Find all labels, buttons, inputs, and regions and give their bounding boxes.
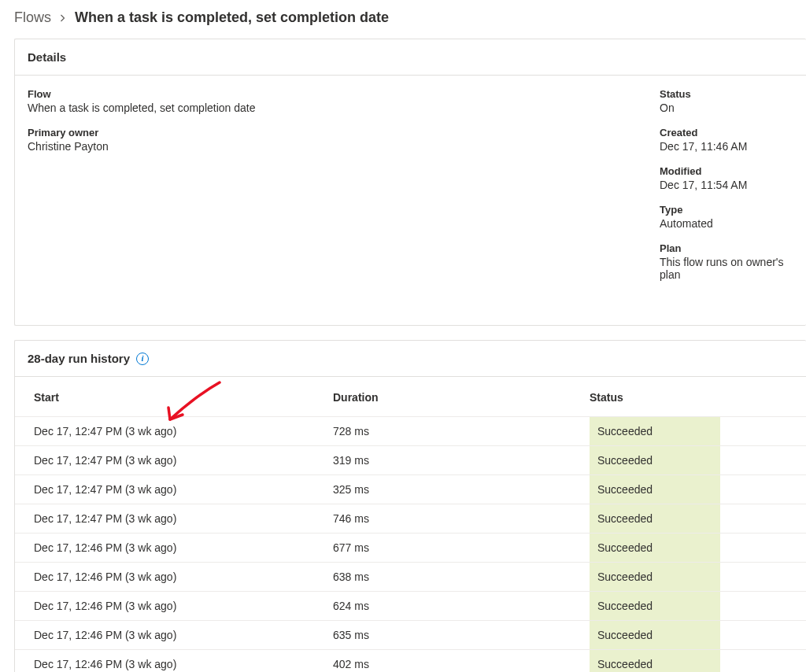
table-row[interactable]: Dec 17, 12:47 PM (3 wk ago)746 msSucceed… — [15, 504, 806, 533]
info-icon[interactable]: i — [136, 353, 149, 365]
field-created-value: Dec 17, 11:46 AM — [660, 140, 793, 153]
field-primary-owner-label: Primary owner — [28, 127, 660, 138]
field-created-label: Created — [660, 127, 793, 138]
field-status-value: On — [660, 102, 793, 114]
field-flow: Flow When a task is completed, set compl… — [28, 88, 660, 114]
table-row[interactable]: Dec 17, 12:46 PM (3 wk ago)402 msSucceed… — [15, 649, 806, 672]
field-status: Status On — [660, 88, 793, 114]
run-history-header-label: 28-day run history — [28, 352, 130, 365]
column-header-status[interactable]: Status — [590, 391, 787, 404]
field-plan: Plan This flow runs on owner's plan — [660, 242, 793, 281]
details-body: Flow When a task is completed, set compl… — [15, 76, 806, 325]
run-start-time: Dec 17, 12:47 PM (3 wk ago) — [34, 454, 333, 467]
run-status-cell: Succeeded — [590, 425, 787, 438]
field-plan-value: This flow runs on owner's plan — [660, 256, 793, 281]
field-flow-label: Flow — [28, 88, 660, 100]
field-primary-owner-value: Christine Payton — [28, 140, 660, 153]
column-header-duration[interactable]: Duration — [333, 391, 590, 404]
field-modified-label: Modified — [660, 165, 793, 177]
run-history-card: 28-day run history i Start Duration Stat… — [14, 340, 806, 672]
field-plan-label: Plan — [660, 242, 793, 254]
run-start-time: Dec 17, 12:47 PM (3 wk ago) — [34, 512, 333, 525]
breadcrumb-current: When a task is completed, set completion… — [75, 9, 389, 26]
status-badge: Succeeded — [590, 534, 720, 562]
field-modified-value: Dec 17, 11:54 AM — [660, 179, 793, 191]
table-row[interactable]: Dec 17, 12:46 PM (3 wk ago)677 msSucceed… — [15, 533, 806, 562]
status-badge: Succeeded — [590, 650, 720, 672]
table-row[interactable]: Dec 17, 12:46 PM (3 wk ago)638 msSucceed… — [15, 562, 806, 591]
run-history-table: Start Duration Status Dec 17, 12:47 PM (… — [15, 377, 806, 672]
run-status-cell: Succeeded — [590, 600, 787, 612]
run-start-time: Dec 17, 12:46 PM (3 wk ago) — [34, 600, 333, 612]
details-right-column: Status On Created Dec 17, 11:46 AM Modif… — [660, 88, 793, 294]
table-row[interactable]: Dec 17, 12:47 PM (3 wk ago)728 msSucceed… — [15, 416, 806, 445]
run-duration: 319 ms — [333, 454, 590, 467]
run-history-table-header: Start Duration Status — [15, 377, 806, 416]
table-row[interactable]: Dec 17, 12:46 PM (3 wk ago)624 msSucceed… — [15, 591, 806, 620]
field-created: Created Dec 17, 11:46 AM — [660, 127, 793, 153]
field-primary-owner: Primary owner Christine Payton — [28, 127, 660, 153]
run-duration: 635 ms — [333, 629, 590, 641]
run-start-time: Dec 17, 12:47 PM (3 wk ago) — [34, 483, 333, 496]
run-start-time: Dec 17, 12:47 PM (3 wk ago) — [34, 425, 333, 438]
run-duration: 624 ms — [333, 600, 590, 612]
run-status-cell: Succeeded — [590, 541, 787, 554]
chevron-right-icon — [59, 12, 67, 24]
run-start-time: Dec 17, 12:46 PM (3 wk ago) — [34, 541, 333, 554]
status-badge: Succeeded — [590, 592, 720, 620]
status-badge: Succeeded — [590, 417, 720, 445]
field-modified: Modified Dec 17, 11:54 AM — [660, 165, 793, 191]
run-duration: 638 ms — [333, 570, 590, 583]
run-duration: 677 ms — [333, 541, 590, 554]
column-header-start[interactable]: Start — [34, 391, 333, 404]
field-type-value: Automated — [660, 217, 793, 230]
table-row[interactable]: Dec 17, 12:47 PM (3 wk ago)319 msSucceed… — [15, 445, 806, 474]
status-badge: Succeeded — [590, 504, 720, 533]
field-type-label: Type — [660, 204, 793, 216]
run-status-cell: Succeeded — [590, 629, 787, 641]
run-duration: 325 ms — [333, 483, 590, 496]
details-header-label: Details — [28, 50, 66, 64]
status-badge: Succeeded — [590, 475, 720, 504]
field-status-label: Status — [660, 88, 793, 100]
run-status-cell: Succeeded — [590, 454, 787, 467]
field-type: Type Automated — [660, 204, 793, 230]
run-start-time: Dec 17, 12:46 PM (3 wk ago) — [34, 570, 333, 583]
run-duration: 728 ms — [333, 425, 590, 438]
details-card: Details Flow When a task is completed, s… — [14, 39, 806, 326]
run-duration: 746 ms — [333, 512, 590, 525]
status-badge: Succeeded — [590, 446, 720, 474]
details-header: Details — [15, 39, 806, 76]
field-flow-value: When a task is completed, set completion… — [28, 102, 660, 114]
run-duration: 402 ms — [333, 658, 590, 670]
run-status-cell: Succeeded — [590, 483, 787, 496]
run-history-header: 28-day run history i — [15, 341, 806, 377]
status-badge: Succeeded — [590, 621, 720, 649]
table-row[interactable]: Dec 17, 12:46 PM (3 wk ago)635 msSucceed… — [15, 620, 806, 649]
status-badge: Succeeded — [590, 563, 720, 591]
run-start-time: Dec 17, 12:46 PM (3 wk ago) — [34, 658, 333, 670]
run-status-cell: Succeeded — [590, 512, 787, 525]
run-status-cell: Succeeded — [590, 570, 787, 583]
table-row[interactable]: Dec 17, 12:47 PM (3 wk ago)325 msSucceed… — [15, 474, 806, 504]
breadcrumb-parent-link[interactable]: Flows — [14, 9, 51, 26]
breadcrumb: Flows When a task is completed, set comp… — [14, 9, 806, 26]
run-status-cell: Succeeded — [590, 658, 787, 670]
run-start-time: Dec 17, 12:46 PM (3 wk ago) — [34, 629, 333, 641]
details-left-column: Flow When a task is completed, set compl… — [28, 88, 660, 294]
